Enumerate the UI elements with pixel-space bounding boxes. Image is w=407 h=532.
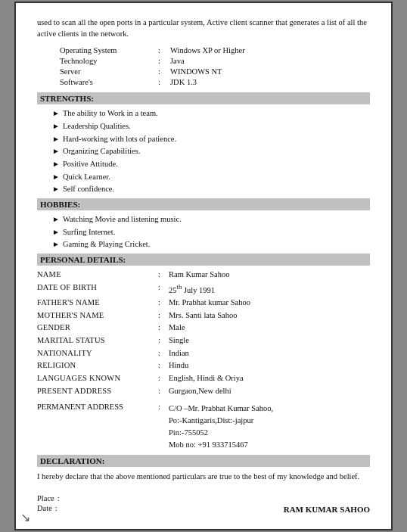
strengths-header: STRENGTHS: — [37, 92, 370, 104]
tech-label-software: Software's — [60, 78, 158, 86]
personal-row-present: PRESENT ADDRESS : Gurgaon,New delhi — [37, 386, 370, 397]
place-colon: : — [57, 494, 60, 502]
personal-header: PERSONAL DETAILS: — [37, 254, 370, 266]
date-line: Date : — [37, 504, 60, 512]
scroll-arrow-icon: ↘ — [20, 510, 30, 524]
hobbies-list: ►Watching Movie and listening music. ►Su… — [52, 214, 370, 250]
list-item: ►Quick Learner. — [52, 172, 370, 183]
list-item: ►The ability to Work in a team. — [52, 108, 370, 120]
permanent-address-block: PERMANENT ADDRESS : C/O –Mr. Prabhat Kum… — [37, 403, 370, 450]
personal-row-dob: DATE OF BIRTH : 25th July 1991 — [37, 282, 370, 296]
permanent-label: PERMANENT ADDRESS — [37, 403, 158, 450]
tech-table: Operating System : Windows XP or Higher … — [60, 46, 370, 86]
personal-row-marital: MARITAL STATUS : Single — [37, 335, 370, 347]
bullet-icon: ► — [52, 134, 60, 145]
list-item: ►Positive Attitude. — [52, 159, 370, 170]
intro-text: used to scan all the open ports in a par… — [37, 17, 370, 41]
list-item: ►Organizing Capabilities. — [52, 146, 370, 157]
personal-row-religion: RELIGION : Hindu — [37, 360, 370, 372]
resume-page: used to scan all the open ports in a par… — [14, 2, 393, 531]
tech-value-os: Windows XP or Higher — [170, 46, 370, 54]
tech-label-tech: Technology — [60, 57, 158, 65]
place-label: Place — [37, 494, 54, 502]
bullet-icon: ► — [52, 214, 60, 225]
sign-row: Place : Date : RAM KUMAR SAHOO — [37, 494, 370, 514]
list-item: ►Gaming & Playing Cricket. — [52, 239, 370, 250]
hobbies-header: HOBBIES: — [37, 198, 370, 210]
place-date-col: Place : Date : — [37, 494, 60, 514]
bullet-icon: ► — [52, 146, 60, 157]
bullet-icon: ► — [52, 159, 60, 170]
tech-row-server: Server : WINDOWS NT — [60, 67, 370, 76]
tech-value-server: WINDOWS NT — [170, 67, 370, 76]
strengths-list: ►The ability to Work in a team. ►Leaders… — [52, 108, 370, 195]
list-item: ►Surfing Internet. — [52, 227, 370, 238]
tech-row-os: Operating System : Windows XP or Higher — [60, 46, 370, 54]
list-item: ►Self confidence. — [52, 184, 370, 195]
bullet-icon: ► — [52, 108, 60, 119]
place-line: Place : — [37, 494, 60, 502]
tech-row-tech: Technology : Java — [60, 57, 370, 65]
bullet-icon: ► — [52, 239, 60, 250]
personal-table: NAME : Ram Kumar Sahoo DATE OF BIRTH : 2… — [37, 269, 370, 397]
tech-label-server: Server — [60, 67, 158, 76]
tech-value-tech: Java — [170, 57, 370, 65]
list-item: ►Hard-working with lots of patience. — [52, 134, 370, 145]
declaration-text: I hereby declare that the above mentione… — [37, 471, 370, 484]
bullet-icon: ► — [52, 121, 60, 132]
date-colon: : — [55, 504, 57, 512]
bullet-icon: ► — [52, 227, 60, 238]
declaration-header: DECLARATION: — [37, 455, 370, 467]
bullet-icon: ► — [52, 172, 60, 182]
tech-row-software: Software's : JDK 1.3 — [60, 78, 370, 86]
permanent-value: C/O –Mr. Prabhat Kumar Sahoo, Po:-Kantig… — [169, 403, 370, 450]
signature: RAM KUMAR SAHOO — [284, 505, 370, 514]
personal-row-nationality: NATIONALITY : Indian — [37, 348, 370, 359]
list-item: ►Leadership Qualities. — [52, 121, 370, 132]
date-label: Date — [37, 504, 52, 512]
personal-row-gender: GENDER : Male — [37, 322, 370, 334]
bullet-icon: ► — [52, 184, 60, 194]
personal-row-father: FATHER'S NAME : Mr. Prabhat kumar Sahoo — [37, 297, 370, 309]
tech-label-os: Operating System — [60, 46, 158, 54]
personal-row-name: NAME : Ram Kumar Sahoo — [37, 269, 370, 281]
tech-value-software: JDK 1.3 — [170, 78, 370, 86]
personal-row-mother: MOTHER'S NAME : Mrs. Santi lata Sahoo — [37, 310, 370, 322]
list-item: ►Watching Movie and listening music. — [52, 214, 370, 226]
personal-row-languages: LANGUAGES KNOWN : English, Hindi & Oriya — [37, 373, 370, 384]
